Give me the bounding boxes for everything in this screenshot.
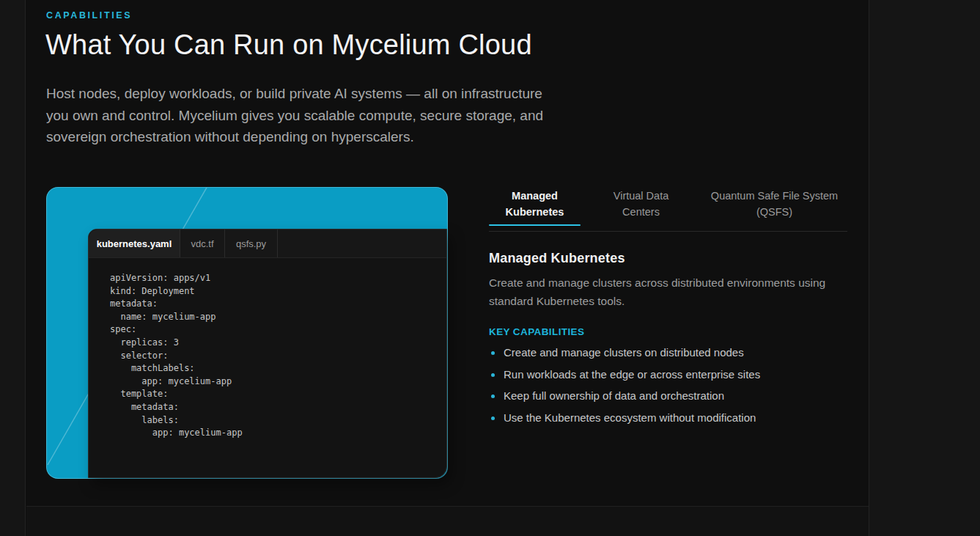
feature-description-line: standard Kubernetes tools. xyxy=(489,293,833,311)
tab-managed-kubernetes[interactable]: Managed Kubernetes xyxy=(489,186,581,220)
tab-label-line: Quantum Safe File System xyxy=(701,188,847,205)
code-line: name: mycelium-app xyxy=(110,311,446,324)
code-line: template: xyxy=(110,388,446,401)
page-title: What You Can Run on Mycelium Cloud xyxy=(45,29,532,61)
feature-heading: Managed Kubernetes xyxy=(489,251,625,266)
list-item-text: Run workloads at the edge or across ente… xyxy=(504,368,760,381)
code-editor-panel: kubernetes.yaml vdc.tf qsfs.py apiVersio… xyxy=(88,229,447,478)
tab-label-line: (QSFS) xyxy=(701,205,847,221)
code-line: app: mycelium-app xyxy=(110,427,446,440)
tab-label-line: Virtual Data xyxy=(588,188,694,205)
list-item: Run workloads at the edge or across ente… xyxy=(489,368,841,381)
list-item: Use the Kubernetes ecosystem without mod… xyxy=(489,411,841,424)
intro-line: you own and control. Mycelium gives you … xyxy=(46,105,581,127)
tabs-divider xyxy=(489,231,847,232)
key-capabilities-label: KEY CAPABILITIES xyxy=(489,326,584,337)
active-tab-underline xyxy=(489,224,581,226)
code-line: labels: xyxy=(110,414,446,427)
list-item-text: Use the Kubernetes ecosystem without mod… xyxy=(504,411,756,424)
code-line: replicas: 3 xyxy=(110,337,446,350)
code-line: metadata: xyxy=(110,298,446,311)
list-item: Keep full ownership of data and orchestr… xyxy=(489,389,841,402)
list-item-text: Keep full ownership of data and orchestr… xyxy=(504,389,724,402)
code-line: kind: Deployment xyxy=(110,285,446,298)
editor-tab-bar: kubernetes.yaml vdc.tf qsfs.py xyxy=(89,230,446,258)
capabilities-list: Create and manage clusters on distribute… xyxy=(489,346,841,433)
bullet-icon xyxy=(491,373,495,377)
intro-line: sovereign orchestration without dependin… xyxy=(46,126,581,148)
list-item: Create and manage clusters on distribute… xyxy=(489,346,841,359)
yaml-code-block: apiVersion: apps/v1 kind: Deployment met… xyxy=(89,258,446,440)
code-line: metadata: xyxy=(110,401,446,414)
code-showcase-card: kubernetes.yaml vdc.tf qsfs.py apiVersio… xyxy=(46,187,448,479)
left-margin-gutter xyxy=(0,0,26,536)
code-line: matchLabels: xyxy=(110,362,446,375)
intro-paragraph: Host nodes, deploy workloads, or build p… xyxy=(46,83,581,148)
feature-panel: Managed Kubernetes Virtual Data Centers … xyxy=(489,186,847,449)
feature-description-line: Create and manage clusters across distri… xyxy=(489,274,833,293)
tab-label-line: Managed xyxy=(489,188,581,205)
editor-tab-qsfs-py[interactable]: qsfs.py xyxy=(225,230,278,257)
bullet-icon xyxy=(491,351,495,355)
intro-line: Host nodes, deploy workloads, or build p… xyxy=(46,83,581,105)
right-margin-gutter xyxy=(869,0,980,536)
tab-virtual-data-centers[interactable]: Virtual Data Centers xyxy=(588,186,694,220)
code-line: spec: xyxy=(110,323,446,337)
code-line: selector: xyxy=(110,350,446,363)
editor-tab-vdc-tf[interactable]: vdc.tf xyxy=(180,230,225,257)
list-item-text: Create and manage clusters on distribute… xyxy=(504,346,744,359)
tab-label-line: Kubernetes xyxy=(489,205,581,221)
section-eyebrow: CAPABILITIES xyxy=(46,10,132,21)
code-line: app: mycelium-app xyxy=(110,375,446,389)
code-line: apiVersion: apps/v1 xyxy=(110,272,446,285)
feature-description: Create and manage clusters across distri… xyxy=(489,274,833,310)
bullet-icon xyxy=(491,394,495,398)
editor-tab-kubernetes-yaml[interactable]: kubernetes.yaml xyxy=(89,230,180,257)
tab-qsfs[interactable]: Quantum Safe File System (QSFS) xyxy=(701,186,847,220)
tab-label-line: Centers xyxy=(588,205,694,221)
section-divider xyxy=(26,506,869,536)
bullet-icon xyxy=(491,416,495,420)
